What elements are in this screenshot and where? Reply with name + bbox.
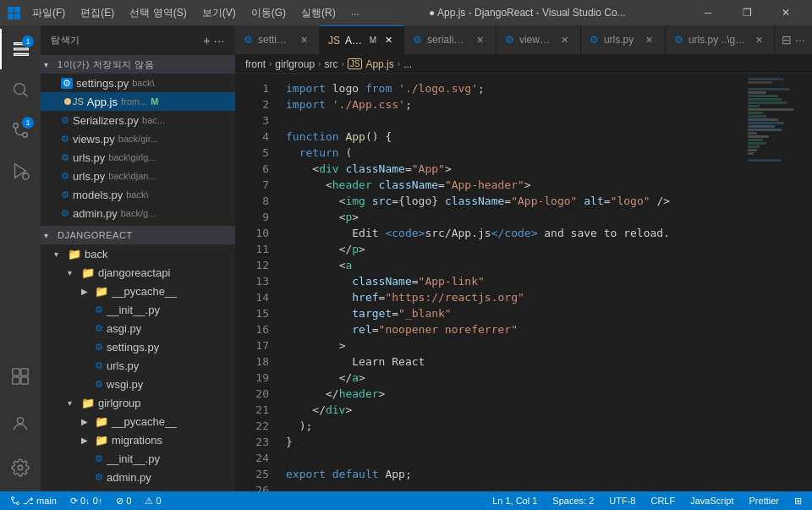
maximize-button[interactable]: ❐ <box>727 0 766 25</box>
tab-actions: ⊟ ··· <box>775 25 812 54</box>
sidebar-item-djangoreactapi[interactable]: ▾ 📁 djangoreactapi <box>41 263 235 282</box>
sidebar-item-settings-back[interactable]: ⚙ settings.py back\ <box>41 74 235 92</box>
split-editor-icon[interactable]: ⊟ <box>782 33 792 47</box>
menu-goto[interactable]: 이동(G) <box>244 4 293 22</box>
activity-settings[interactable] <box>0 447 41 488</box>
menu-file[interactable]: 파일(F) <box>25 4 72 22</box>
status-encoding[interactable]: UTF-8 <box>606 496 639 506</box>
tab-urls2-icon: ⚙ <box>674 34 683 46</box>
sidebar-item-urls-back[interactable]: ⚙ urls.py back\girlg... <box>41 148 235 167</box>
breadcrumb-more[interactable]: ... <box>403 58 412 70</box>
menu-run[interactable]: 실행(R) <box>294 4 343 22</box>
tab-settings[interactable]: ⚙ settings.py ✕ <box>235 25 320 54</box>
sidebar-item-migrations[interactable]: ▶ 📁 migrations <box>41 430 235 449</box>
admin-icon: ⚙ <box>61 208 69 219</box>
status-errors[interactable]: ⊘ 0 <box>112 496 134 507</box>
menu-view[interactable]: 보기(V) <box>195 4 243 22</box>
window-title: ● App.js - DjangoReact - Visual Studio C… <box>371 7 683 19</box>
svg-rect-3 <box>14 14 20 19</box>
tab-urls-close[interactable]: ✕ <box>643 33 656 47</box>
status-spaces[interactable]: Spaces: 2 <box>549 496 597 506</box>
svg-rect-12 <box>21 377 28 384</box>
sidebar-item-settings[interactable]: ⚙ settings.py <box>41 337 235 356</box>
activity-run[interactable] <box>0 151 41 191</box>
menu-select[interactable]: 선택 영역(S) <box>123 4 193 22</box>
status-notifications[interactable]: ⊞ <box>791 496 805 507</box>
sidebar-item-pycache1[interactable]: ▶ 📁 __pycache__ <box>41 282 235 300</box>
models-icon: ⚙ <box>61 189 69 200</box>
sidebar-item-urls-djan[interactable]: ⚙ urls.py back\djan... <box>41 167 235 185</box>
sidebar-more[interactable]: ··· <box>214 34 225 47</box>
sidebar-item-back-folder[interactable]: ▾ 📁 back <box>41 244 235 263</box>
status-branch[interactable]: ⎇ main <box>7 496 60 507</box>
svg-marker-7 <box>15 164 26 178</box>
minimap-line <box>748 139 763 141</box>
tab-serializers[interactable]: ⚙ serializers.py ✕ <box>404 25 497 54</box>
djangoreact-section-header[interactable]: ▾ DJANGOREACT <box>41 226 235 244</box>
app-icon <box>7 6 20 19</box>
girlgroup-arrow: ▾ <box>68 398 81 408</box>
minimize-button[interactable]: ─ <box>689 0 727 25</box>
minimap-line <box>748 98 782 101</box>
pycache1-icon: 📁 <box>95 285 108 298</box>
tab-appjs-icon: JS <box>328 35 340 47</box>
more-actions-icon[interactable]: ··· <box>795 33 805 47</box>
sidebar-item-girlgroup[interactable]: ▾ 📁 girlgroup <box>41 393 235 412</box>
settings-py-icon: ⚙ <box>95 342 103 353</box>
unsaved-section-header[interactable]: ▾ 1이(가) 저장되지 않음 <box>41 55 235 74</box>
status-eol[interactable]: CRLF <box>647 496 678 506</box>
sidebar: 탐색기 + ··· ▾ 1이(가) 저장되지 않음 ⚙ settings.py … <box>41 25 235 491</box>
breadcrumb-front[interactable]: front <box>245 58 266 70</box>
sidebar-item-urls[interactable]: ⚙ urls.py <box>41 356 235 375</box>
status-formatter[interactable]: Prettier <box>746 496 782 506</box>
sidebar-item-app-js[interactable]: JS App.js from... M <box>41 92 235 111</box>
sidebar-content: ▾ 1이(가) 저장되지 않음 ⚙ settings.py back\ JS A… <box>41 55 235 491</box>
minimap-line <box>748 129 782 131</box>
close-button[interactable]: ✕ <box>766 0 805 25</box>
djangoreactapi-icon: 📁 <box>81 266 95 279</box>
sidebar-item-models[interactable]: ⚙ models.py back\ <box>41 185 235 204</box>
sidebar-item-asgi[interactable]: ⚙ asgi.py <box>41 319 235 337</box>
sidebar-item-wsgi[interactable]: ⚙ wsgi.py <box>41 375 235 393</box>
status-warnings[interactable]: ⚠ 0 <box>141 496 164 507</box>
activity-extensions[interactable] <box>0 356 41 397</box>
tab-urls-girlgroup[interactable]: ⚙ urls.py ..\girlgroup ✕ <box>666 25 775 54</box>
tab-settings-close[interactable]: ✕ <box>297 33 310 47</box>
code-editor[interactable]: 12345 678910 1112131415 1617181920 21222… <box>235 74 812 491</box>
sidebar-item-init2[interactable]: ⚙ __init__.py <box>41 449 235 468</box>
tab-views-close[interactable]: ✕ <box>558 33 572 47</box>
tab-views[interactable]: ⚙ views.py ✕ <box>497 25 581 54</box>
views-icon: ⚙ <box>61 134 69 145</box>
breadcrumb-girlgroup[interactable]: girlgroup <box>275 58 315 70</box>
code-content[interactable]: import logo from './logo.svg'; import '.… <box>277 74 744 491</box>
sidebar-new-file[interactable]: + <box>203 34 211 47</box>
serializers-icon: ⚙ <box>61 115 69 126</box>
activity-scm[interactable]: 1 <box>0 110 41 151</box>
minimap-line <box>748 105 760 107</box>
tab-appjs-label: App.js <box>345 35 363 47</box>
tab-app-js[interactable]: JS App.js M ✕ <box>320 25 404 54</box>
sidebar-item-serializers[interactable]: ⚙ Serializers.py bac... <box>41 111 235 129</box>
sidebar-item-admin[interactable]: ⚙ admin.py back/g... <box>41 204 235 222</box>
menu-more[interactable]: ... <box>344 4 366 22</box>
activity-search[interactable] <box>0 69 41 110</box>
breadcrumb-appjs[interactable]: App.js <box>365 58 393 70</box>
status-language[interactable]: JavaScript <box>687 496 737 506</box>
tab-urls[interactable]: ⚙ urls.py ✕ <box>581 25 666 54</box>
activity-accounts[interactable] <box>0 403 41 444</box>
breadcrumb-src[interactable]: src <box>324 58 337 70</box>
tab-urls2-close[interactable]: ✕ <box>752 33 765 47</box>
status-sync[interactable]: ⟳ 0↓ 0↑ <box>67 496 106 507</box>
svg-rect-0 <box>8 7 14 13</box>
tab-appjs-close[interactable]: ✕ <box>381 34 395 47</box>
menu-edit[interactable]: 편집(E) <box>74 4 121 22</box>
tab-urls-label: urls.py <box>604 34 638 46</box>
sidebar-item-views[interactable]: ⚙ views.py back/gir... <box>41 129 235 148</box>
sidebar-item-pycache2[interactable]: ▶ 📁 __pycache__ <box>41 412 235 430</box>
status-position[interactable]: Ln 1, Col 1 <box>489 496 540 506</box>
tab-serializers-close[interactable]: ✕ <box>474 33 487 47</box>
sidebar-item-init1[interactable]: ⚙ __init__.py <box>41 300 235 319</box>
tab-settings-label: settings.py <box>258 34 292 46</box>
activity-explorer[interactable]: 1 <box>0 29 41 69</box>
sidebar-item-admin-py[interactable]: ⚙ admin.py <box>41 468 235 486</box>
